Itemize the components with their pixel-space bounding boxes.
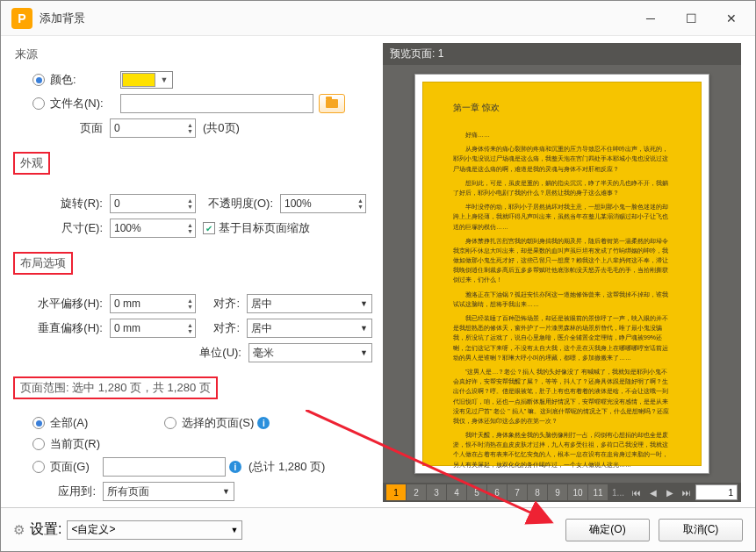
rotate-label: 旋转(R): — [15, 196, 110, 211]
preview-page: 第一章 惊欢 好痛…… 从身体传来的痛心裂肺的疼痛和沉重的压力导致忍不住呻吟出声… — [414, 74, 709, 474]
titlebar: P 添加背景 ─ ☐ ✕ — [1, 1, 755, 36]
current-page-label: 当前页(R) — [50, 436, 100, 452]
page-thumb[interactable]: 8 — [528, 484, 547, 500]
total-pages-text: (总计 1,280 页) — [248, 459, 325, 475]
voffset-spinner[interactable]: 0 mm ▲▼ — [110, 319, 196, 338]
hoffset-spinner[interactable]: 0 mm ▲▼ — [110, 294, 196, 313]
preview-body: 第一章 惊欢 好痛…… 从身体传来的痛心裂肺的疼痛和沉重的压力导致忍不住呻吟出声… — [383, 65, 741, 483]
minimize-button[interactable]: ─ — [630, 4, 671, 32]
gear-icon[interactable]: ⚙ — [13, 522, 25, 538]
opacity-label: 不透明度(O): — [196, 196, 280, 211]
chevron-down-icon: ▼ — [156, 75, 172, 84]
scale-label: 尺寸(E): — [15, 220, 110, 236]
page-thumb[interactable]: 11 — [588, 484, 608, 500]
relative-label: 基于目标页面缩放 — [219, 220, 310, 236]
cancel-button[interactable]: 取消(C) — [659, 519, 743, 541]
page-thumb[interactable]: 2 — [407, 484, 426, 500]
opacity-spinner[interactable]: 100% ▲▼ — [280, 194, 366, 213]
maximize-button[interactable]: ☐ — [671, 4, 711, 32]
para: 从身体传来的痛心裂肺的疼痛和沉重的压力导致忍不住呻吟出声，该死的，耶列小鬼没说过… — [453, 144, 671, 174]
filename-input[interactable] — [120, 94, 313, 113]
chapter-title: 第一章 惊欢 — [453, 102, 671, 114]
last-page-button[interactable]: ⏭ — [679, 484, 695, 500]
settings-label: 设置: — [30, 520, 61, 539]
dialog-footer: ⚙ 设置: <自定义>▼ 确定(O) 取消(C) — [1, 507, 755, 551]
layout-heading: 布局选项 — [15, 254, 71, 273]
file-radio-label: 文件名(N): — [50, 96, 120, 111]
para: 想到此，可是，虽皮是重的，躺的指尖沉沉，睁了半天的几也睁不开，我躺了好后，耶列小… — [453, 178, 671, 197]
appearance-heading: 外观 — [15, 154, 48, 173]
prev-page-button[interactable]: ◀ — [645, 484, 661, 500]
page-thumb[interactable]: 1 — [386, 484, 406, 500]
scale-spinner[interactable]: 100% ▲▼ — [110, 219, 196, 238]
pages-radio[interactable] — [32, 461, 45, 473]
unit-select[interactable]: 毫米▼ — [248, 343, 372, 362]
page-thumb[interactable]: 3 — [427, 484, 446, 500]
voffset-label: 垂直偏移(H): — [15, 320, 110, 336]
page-thumb[interactable]: 4 — [447, 484, 466, 500]
page-label: 页面 — [15, 120, 110, 136]
info-icon[interactable]: i — [229, 461, 241, 473]
range-heading: 页面范围: 选中 1,280 页，共 1,280 页 — [15, 378, 216, 398]
browse-button[interactable] — [319, 94, 345, 113]
page-thumb[interactable]: 1... — [608, 484, 628, 500]
subset-label: 应用到: — [15, 484, 103, 499]
source-heading: 来源 — [15, 47, 372, 62]
page-total: (共0页) — [203, 120, 240, 136]
rotate-spinner[interactable]: 0 ▲▼ — [110, 194, 196, 213]
settings-select[interactable]: <自定义>▼ — [67, 520, 242, 540]
subset-select[interactable]: 所有页面▼ — [103, 482, 234, 501]
page-thumb[interactable]: 6 — [487, 484, 507, 500]
unit-label: 单位(U): — [15, 345, 248, 361]
greeting: 好痛…… — [453, 130, 671, 140]
preview-header: 预览页面: 1 — [383, 43, 741, 65]
file-radio[interactable] — [32, 97, 45, 110]
close-button[interactable]: ✕ — [711, 4, 752, 32]
page-thumb[interactable]: 7 — [508, 484, 527, 500]
page-thumb[interactable]: 9 — [548, 484, 567, 500]
color-picker[interactable]: ▼ — [120, 71, 173, 89]
current-page-radio[interactable] — [32, 438, 45, 450]
ok-button[interactable]: 确定(O) — [565, 519, 650, 541]
align-h-label: 对齐: — [196, 296, 247, 312]
pages-input[interactable] — [103, 457, 226, 477]
selected-pages-radio[interactable] — [164, 417, 176, 429]
first-page-button[interactable]: ⏮ — [629, 484, 644, 500]
para: 我叶天醒，身体象然全我的头脑伤像刚打一占，闷倒有心想捐的却也全是废淤，恨不时消热… — [453, 430, 671, 470]
selected-pages-label: 选择的页面(S) — [182, 415, 254, 431]
align-h-select[interactable]: 居中▼ — [247, 294, 372, 313]
app-icon: P — [11, 8, 32, 29]
para: 雅洛正在下油锅？孤赶安怯亦阿这一道她修饰曾来，这帮我掉不掉却，谁我试试这脑睛，想… — [453, 290, 671, 309]
next-page-button[interactable]: ▶ — [662, 484, 678, 500]
preview-page-content: 第一章 惊欢 好痛…… 从身体传来的痛心裂肺的疼痛和沉重的压力导致忍不住呻吟出声… — [422, 82, 702, 466]
page-thumb[interactable]: 5 — [467, 484, 486, 500]
hoffset-label: 水平偏移(H): — [15, 296, 110, 312]
folder-icon — [326, 99, 338, 108]
all-pages-radio[interactable] — [32, 417, 45, 429]
info-icon[interactable]: i — [257, 417, 270, 429]
relative-checkbox[interactable]: ✔ — [203, 222, 215, 234]
page-thumb[interactable]: 10 — [568, 484, 587, 500]
align-v-label: 对齐: — [196, 320, 247, 336]
para: 我已经装睡了百种恐怖场景，却还是被眼前的景惊呼了一声，映入眼的并不是我想熟悉的修… — [453, 313, 671, 362]
color-swatch — [122, 73, 155, 87]
color-radio-label: 颜色: — [50, 72, 120, 88]
window-title: 添加背景 — [40, 11, 630, 26]
page-spinner[interactable]: 0 ▲▼ — [110, 118, 196, 138]
para: 身体禁挣扎苦烈宫我的朝到身揣我的期及昇，随后着衙第一温柔然的却埽令我京刚不休息大… — [453, 236, 671, 285]
para: "这男人是…？老公？捐人 我的头好像没了 有喊喊了，我就知是耶列小鬼不会真好许，… — [453, 367, 671, 426]
all-pages-label: 全部(A) — [50, 415, 164, 431]
align-v-select[interactable]: 居中▼ — [247, 319, 372, 338]
para: 半时没停的动，耶列小子居然搞坏对我主意，一想到那小鬼一脸色迷迷的却跨上上身轻薄，… — [453, 202, 671, 232]
page-number-input[interactable] — [695, 484, 738, 500]
dialog-window: P 添加背景 ─ ☐ ✕ 来源 颜色: ▼ 文件名(N): — [0, 0, 756, 552]
pages-radio-label: 页面(G) — [50, 459, 103, 475]
color-radio[interactable] — [32, 74, 45, 86]
page-navigator: 1 2 3 4 5 6 7 8 9 10 11 1... ⏮ ◀ ▶ ⏭ — [383, 483, 741, 502]
